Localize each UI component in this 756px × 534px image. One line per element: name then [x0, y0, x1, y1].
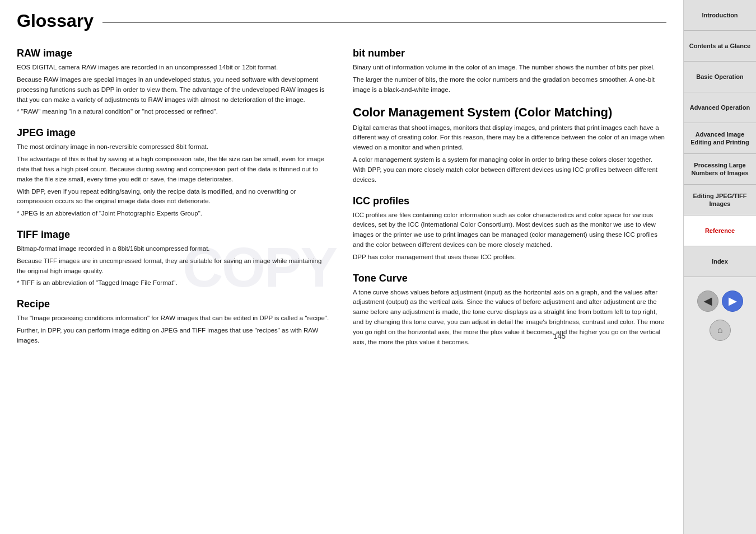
section-title-icc: ICC profiles [353, 195, 666, 207]
bit-para-2: The larger the number of bits, the more … [353, 75, 666, 95]
raw-para-2: Because RAW images are special images in… [17, 75, 330, 105]
section-tiff-image: TIFF image Bitmap-format image recorded … [17, 229, 330, 288]
main-content: COPY Glossary RAW image EOS DIGITAL came… [0, 0, 683, 534]
sidebar-label-introduction: Introduction [702, 11, 738, 19]
section-raw-image: RAW image EOS DIGITAL camera RAW images … [17, 48, 330, 117]
section-title-tone: Tone Curve [353, 273, 666, 284]
sidebar-label-processing: Processing Large Numbers of Images [686, 161, 754, 177]
sidebar-label-advanced-op: Advanced Operation [690, 104, 750, 111]
jpeg-para-1: The most ordinary image in non-reversibl… [17, 142, 330, 152]
two-column-layout: RAW image EOS DIGITAL camera RAW images … [17, 38, 666, 349]
section-title-color: Color Management System (Color Matching) [353, 105, 666, 120]
sidebar-item-basic-operation[interactable]: Basic Operation [684, 62, 756, 92]
sidebar-label-advanced-img: Advanced Image Editing and Printing [686, 130, 754, 147]
nav-buttons-row: ◀ ▶ [692, 291, 749, 312]
page-title: Glossary [17, 11, 94, 31]
home-button[interactable]: ⌂ [710, 320, 731, 341]
jpeg-para-4: * JPEG is an abbreviation of "Joint Phot… [17, 209, 330, 219]
raw-para-3: * "RAW" meaning "in a natural condition"… [17, 107, 330, 117]
sidebar-label-reference: Reference [705, 227, 735, 235]
sidebar-item-advanced-image-editing[interactable]: Advanced Image Editing and Printing [684, 123, 756, 154]
sidebar-item-contents-at-glance[interactable]: Contents at a Glance [684, 31, 756, 62]
tiff-para-2: Because TIFF images are in uncompressed … [17, 256, 330, 277]
section-color-management: Color Management System (Color Matching)… [353, 105, 666, 185]
prev-button[interactable]: ◀ [697, 291, 718, 312]
page-number: 145 [553, 326, 577, 340]
jpeg-para-2: The advantage of this is that by saving … [17, 154, 330, 184]
recipe-para-2: Further, in DPP, you can perform image e… [17, 326, 330, 346]
section-tone-curve: Tone Curve A tone curve shows values bef… [353, 273, 666, 348]
sidebar-label-basic: Basic Operation [696, 73, 743, 81]
color-para-1: Digital cameras that shoot images, monit… [353, 123, 666, 153]
sidebar: Introduction Contents at a Glance Basic … [683, 0, 756, 534]
sidebar-label-contents: Contents at a Glance [689, 42, 750, 50]
icc-para-2: DPP has color management that uses these… [353, 252, 666, 263]
section-title-jpeg: JPEG image [17, 127, 330, 139]
section-recipe: Recipe The "Image processing conditions … [17, 298, 330, 345]
next-button[interactable]: ▶ [722, 291, 743, 312]
section-bit-number: bit number Binary unit of information vo… [353, 48, 666, 95]
sidebar-item-reference[interactable]: Reference [684, 216, 756, 246]
sidebar-bottom-nav: ◀ ▶ ⌂ [692, 282, 749, 341]
raw-para-1: EOS DIGITAL camera RAW images are record… [17, 63, 330, 73]
section-title-raw: RAW image [17, 48, 330, 59]
tone-para-1: A tone curve shows values before adjustm… [353, 288, 666, 348]
icc-para-1: ICC profiles are files containing color … [353, 210, 666, 250]
sidebar-item-processing-large[interactable]: Processing Large Numbers of Images [684, 154, 756, 185]
tiff-para-3: * TIFF is an abbreviation of "Tagged Ima… [17, 278, 330, 288]
left-column: RAW image EOS DIGITAL camera RAW images … [17, 38, 330, 349]
section-title-bit: bit number [353, 48, 666, 59]
color-para-2: A color management system is a system fo… [353, 155, 666, 185]
right-column: bit number Binary unit of information vo… [353, 38, 666, 349]
section-title-recipe: Recipe [17, 298, 330, 310]
title-line [102, 22, 666, 23]
title-row: Glossary [17, 11, 666, 33]
section-title-tiff: TIFF image [17, 229, 330, 241]
jpeg-para-3: With DPP, even if you repeat editing/sav… [17, 187, 330, 207]
section-jpeg-image: JPEG image The most ordinary image in no… [17, 127, 330, 219]
sidebar-item-editing-jpeg-tiff[interactable]: Editing JPEG/TIFF Images [684, 185, 756, 216]
sidebar-item-index[interactable]: Index [684, 246, 756, 277]
sidebar-label-index: Index [712, 257, 728, 265]
sidebar-item-introduction[interactable]: Introduction [684, 0, 756, 31]
bit-para-1: Binary unit of information volume in the… [353, 63, 666, 73]
tiff-para-1: Bitmap-format image recorded in a 8bit/1… [17, 244, 330, 254]
recipe-para-1: The "Image processing conditions informa… [17, 313, 330, 324]
sidebar-item-advanced-operation[interactable]: Advanced Operation [684, 92, 756, 123]
sidebar-label-editing: Editing JPEG/TIFF Images [686, 192, 754, 208]
section-icc-profiles: ICC profiles ICC profiles are files cont… [353, 195, 666, 263]
